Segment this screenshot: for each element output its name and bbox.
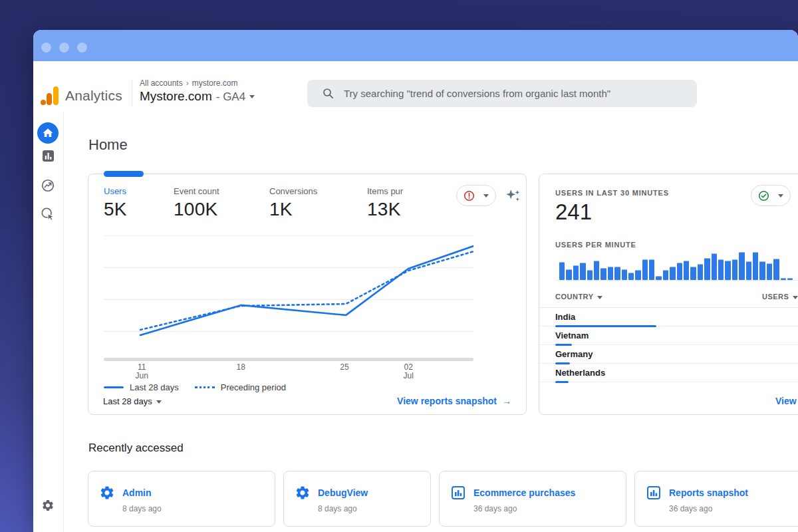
metric-tab-event-count[interactable]: Event count 100K [174,186,219,220]
bar-chart-icon [646,485,662,501]
country-row: Vietnam [539,327,798,345]
date-range-dropdown[interactable]: Last 28 days [103,396,162,406]
minute-bar [670,267,675,280]
view-realtime-link[interactable]: View realtime [775,396,798,406]
metric-label: Conversions [269,186,317,196]
metric-value: 100K [174,199,219,220]
country-name: Netherlands [555,368,605,378]
users-trend-chart [104,235,473,362]
browser-window: Analytics All accounts›mystore.com Mysto… [33,30,798,532]
metric-tab-conversions[interactable]: Conversions 1K [269,186,317,220]
chevron-down-icon [793,296,798,299]
dotted-line-swatch [195,386,215,388]
last-28-days-line [140,246,473,335]
app-header: Analytics All accounts›mystore.com Mysto… [33,61,798,112]
recent-card-admin[interactable]: Admin 8 days ago [88,471,275,527]
sidebar-item-reports[interactable] [42,150,55,165]
minute-bar [587,270,593,280]
minute-bar [698,264,703,280]
minute-bar [622,269,627,280]
users-per-minute-label: USERS PER MINUTE [555,241,636,249]
users-column-header[interactable]: USERS [762,293,798,301]
bar-chart-icon [450,485,466,501]
search-bar[interactable] [307,80,697,107]
header-divider [132,80,132,106]
minute-bar [663,270,668,280]
google-analytics-logo-icon[interactable] [40,86,60,106]
x-axis-tick: 11Jun [127,363,156,380]
property-switcher[interactable]: Mystore.com- GA4 [140,89,255,104]
country-row: Germany [539,345,798,364]
minute-bar [614,267,620,280]
country-table: IndiaVietnamGermanyNetherlands [539,308,798,382]
metric-value: 5K [104,199,127,220]
recent-card-label: Reports snapshot [669,487,748,498]
metric-tab-users[interactable]: Users 5K [104,186,127,220]
country-users-bar [555,381,569,383]
legend-item: Last 28 days [104,382,179,392]
view-reports-snapshot-link[interactable]: View reports snapshot→ [397,396,511,406]
sidebar-item-home[interactable] [37,122,59,144]
breadcrumb: All accounts›mystore.com [140,78,237,88]
country-row: Netherlands [539,364,798,382]
sidebar-item-advertising[interactable] [41,207,55,224]
gear-icon [295,485,311,501]
x-axis-tick: 02Jul [394,363,423,380]
legend-label: Preceding period [221,382,286,392]
metric-label: Users [104,186,127,196]
minute-bar [580,263,585,280]
chevron-down-icon [483,194,489,198]
metric-label: Event count [174,186,219,196]
minute-bar [684,261,689,280]
metric-tab-items-purchased[interactable]: Items pur 13K [367,186,403,220]
recent-card-reports-snapshot[interactable]: Reports snapshot 36 days ago [634,471,798,527]
minute-bar [759,261,765,280]
metric-value: 13K [367,199,403,220]
minute-bar [753,252,758,280]
recent-card-label: Ecommerce purchases [473,487,575,498]
insights-sparkle-icon[interactable] [505,188,522,205]
minute-bar [732,259,737,280]
users-last-30-min-value: 241 [555,200,592,225]
country-row: India [539,308,798,327]
minute-bar [712,253,717,280]
data-quality-dropdown[interactable] [456,185,496,206]
minute-bar [704,258,710,280]
minute-bar [573,265,579,280]
gear-icon [41,499,55,512]
window-control-dot[interactable] [77,43,87,53]
minute-bar [767,263,772,280]
minute-bar [677,263,682,280]
sidebar-item-settings[interactable] [41,499,55,515]
country-column-header[interactable]: COUNTRY [555,293,602,301]
bars-baseline [555,280,798,281]
recent-card-debugview[interactable]: DebugView 8 days ago [283,471,431,527]
window-control-dot[interactable] [59,43,69,53]
minute-bar [739,252,744,280]
country-name: India [555,312,575,322]
breadcrumb-property[interactable]: mystore.com [192,78,238,88]
sidebar-item-explore[interactable] [41,178,55,196]
minute-bar [628,273,634,280]
search-icon [323,88,334,99]
recent-card-time: 36 days ago [473,504,517,513]
advertising-cursor-icon [41,207,55,221]
check-circle-icon [758,190,769,201]
recent-card-time: 36 days ago [669,504,712,513]
property-suffix: - GA4 [216,90,245,103]
search-input[interactable] [342,87,678,100]
left-navigation [33,112,64,532]
realtime-status-dropdown[interactable] [751,185,791,206]
selected-metric-indicator [104,171,144,177]
minute-bar [594,261,599,280]
explore-trend-icon [41,178,55,193]
recent-card-ecommerce-purchases[interactable]: Ecommerce purchases 36 days ago [439,471,626,527]
brand-title: Analytics [65,88,122,104]
breadcrumb-all-accounts[interactable]: All accounts [140,78,183,88]
minute-bar [642,259,648,280]
minute-bar [690,267,696,280]
minute-bar [635,270,640,280]
chevron-down-icon [778,194,783,198]
window-control-dot[interactable] [41,43,51,53]
page-title: Home [88,136,128,154]
